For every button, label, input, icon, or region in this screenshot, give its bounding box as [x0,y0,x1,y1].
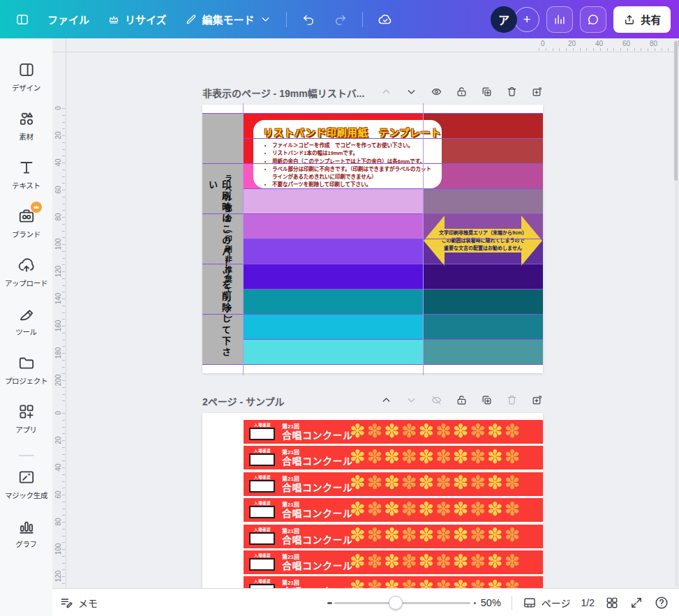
ruler-tick [62,197,65,197]
sidebar-item-brand[interactable]: ブランド [0,203,52,252]
page1-move-up-button[interactable] [380,86,392,100]
zoom-percentage[interactable]: 50% [481,597,501,608]
flower-icon: ✽ [350,500,366,519]
comments-button[interactable] [580,6,606,33]
wristband[interactable]: 入場確認第21回合唱コンクール✽✽✽✽✽✽✽✽✽✽ [244,498,543,522]
ruler-tick [62,156,65,156]
row-right-segment [423,314,543,339]
grid-view-button[interactable] [605,596,619,610]
page2-add-page-button[interactable] [531,394,543,409]
canvas-area[interactable]: 020406080100 020406080100120140160180200… [52,38,679,588]
pages-view-button[interactable]: ページ [523,596,571,610]
sidebar-item-elements[interactable]: 素材 [0,105,52,154]
wristband-color-row[interactable] [243,314,543,339]
ruler-tick [62,163,65,163]
page2-visibility-button[interactable] [431,394,442,409]
page1[interactable]: 印刷時はこのパーツを削除して下さい ラベル部分（印刷非推奨エリア） リストバンド… [202,105,543,373]
flower-icon: ✽ [435,578,452,588]
add-member-button[interactable]: + [514,7,539,32]
sidebar-item-projects[interactable]: プロジェクト [0,350,52,398]
scrollbar-thumb[interactable] [674,41,678,181]
vertical-guide [423,103,424,375]
sidebar-item-label: 素材 [19,131,33,142]
page2-lock-button[interactable] [456,394,468,409]
ruler-tick [62,373,65,374]
sidebar-toggle-button[interactable] [8,7,36,32]
zoom-slider[interactable] [334,595,470,610]
canvas-scrollbar[interactable] [675,40,678,587]
zoom-slider-thumb[interactable] [389,596,403,610]
share-button[interactable]: 共有 [613,6,671,33]
page2-move-down-button[interactable] [405,394,417,409]
flower-icon: ✽ [384,474,400,493]
ruler-tick [62,536,65,536]
page1-duplicate-button[interactable] [481,86,493,100]
ruler-tick [62,549,65,550]
sidebar-item-text[interactable]: テキスト [0,154,52,203]
arrow-text-line: 重要な文言の配置はお勧めしません [444,245,522,252]
ruler-tick [62,340,65,340]
page2-move-up-button[interactable] [380,394,392,409]
flower-icon: ✽ [505,500,521,519]
sidebar-item-tools[interactable]: ツール [0,301,52,350]
wristband[interactable]: 入場確認第21回合唱コンクール✽✽✽✽✽✽✽✽✽✽ [244,525,543,548]
event-name-label: 合唱コンクール [282,453,353,467]
wristband-color-row[interactable] [243,289,543,314]
ruler-tick [62,515,65,516]
apps-icon [17,403,36,421]
sidebar-divider [0,447,52,464]
redo-button[interactable] [327,7,355,32]
no-print-area-arrow[interactable]: 文字印刷非推奨エリア（末端から9cm）この範囲は装着時に隠れてしまうので重要な文… [424,211,542,271]
page1-delete-button[interactable] [506,86,518,100]
page2-delete-button[interactable] [506,394,518,409]
ruler-tick [62,387,65,388]
page2-duplicate-button[interactable] [481,394,493,409]
undo-icon [301,13,315,27]
flower-icon: ✽ [435,526,452,545]
duplicate-icon [481,86,493,98]
pencil-icon [185,13,197,26]
page1-visibility-button[interactable] [431,86,442,100]
sidebar-item-apps[interactable]: アプリ [0,398,52,447]
page1-title[interactable]: 非表示のページ - 19mm幅リストバ... [202,86,364,100]
ruler-tick [62,529,65,529]
help-button[interactable] [654,595,669,610]
page2[interactable]: 入場確認第21回合唱コンクール✽✽✽✽✽✽✽✽✽✽入場確認第21回合唱コンクール… [202,413,543,588]
ruler-tick [62,122,65,123]
file-menu-button[interactable]: ファイル [40,6,96,32]
insights-button[interactable] [546,6,573,33]
label-column[interactable]: 印刷時はこのパーツを削除して下さい ラベル部分（印刷非推奨エリア） [202,113,243,364]
wristband[interactable]: 入場確認第21回合唱コンクール✽✽✽✽✽✽✽✽✽✽ [244,420,543,444]
page1-add-page-button[interactable] [531,86,543,100]
page1-lock-button[interactable] [456,86,468,100]
sidebar-item-charts[interactable]: グラフ [0,513,52,562]
wristband[interactable]: 入場確認第21回合唱コンクール✽✽✽✽✽✽✽✽✽✽ [244,446,543,469]
row-left-segment [243,188,423,213]
bottombar: メモ 50% ページ 1/2 [52,588,679,616]
magic-icon [17,468,36,486]
fullscreen-button[interactable] [629,596,643,610]
wristband[interactable]: 入場確認第21回合唱コンクール✽✽✽✽✽✽✽✽✽✽ [244,550,543,574]
avatar[interactable]: ア [491,6,517,33]
edit-mode-button[interactable]: 編集モード [178,6,278,32]
save-status-button[interactable] [371,6,400,33]
admission-check-label: 入場確認 [254,474,271,480]
sidebar-item-magic[interactable]: マジック生成 [0,464,52,513]
wristband[interactable]: 入場確認第21回合唱コンクール✽✽✽✽✽✽✽✽✽✽ [244,472,543,496]
row-left-segment [243,339,423,364]
instructions-box[interactable]: リストバンド印刷用紙 テンプレート ファイル＞コピーを作成 でコピーを作ってお使… [253,120,442,188]
flower-icon: ✽ [487,448,503,467]
page2-title[interactable]: 2ページ - サンプル [202,394,285,408]
sidebar-item-design[interactable]: デザイン [0,57,52,105]
page1-move-down-button[interactable] [405,86,417,100]
ruler-tick [62,108,65,109]
wristband-color-row[interactable] [243,339,543,364]
resize-button[interactable]: リサイズ [100,6,174,32]
flower-icon: ✽ [470,474,486,493]
ruler-number: 0 [54,411,62,415]
undo-button[interactable] [294,7,322,32]
wristband-color-row[interactable] [243,188,543,213]
wristband[interactable]: 入場確認第21回合唱コンクール✽✽✽✽✽✽✽✽✽✽ [244,576,543,588]
sidebar-item-upload[interactable]: アップロード [0,252,52,301]
notes-button[interactable]: メモ [59,596,98,610]
